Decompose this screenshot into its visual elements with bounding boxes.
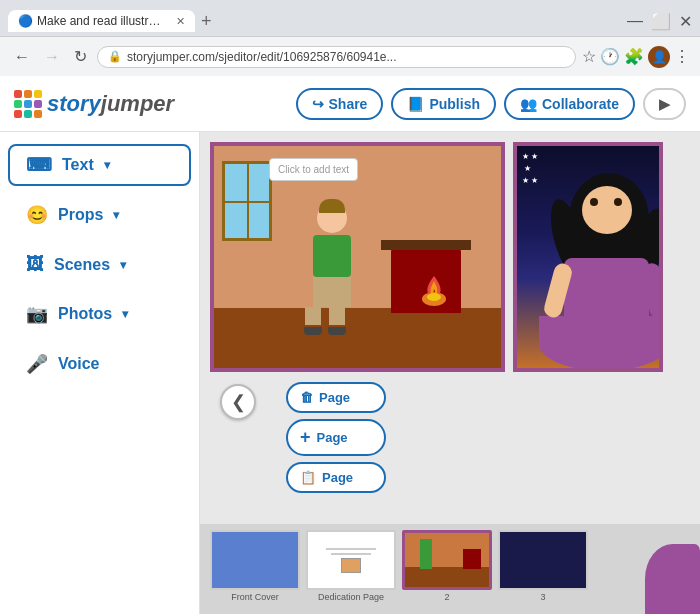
keyboard-icon: ⌨ (26, 154, 52, 176)
char-shoe-right (328, 327, 346, 335)
new-tab-button[interactable]: + (201, 11, 212, 32)
star-button[interactable]: ☆ (582, 46, 596, 68)
thumbnail-dedication[interactable]: Dedication Page (306, 530, 396, 608)
dedication-bg (308, 532, 394, 588)
thumbnail-page2[interactable]: 2 (402, 530, 492, 608)
controls-row: ❮ 🗑 Page + Page 📋 (210, 378, 505, 501)
sidebar-item-photos[interactable]: 📷 Photos ▾ (8, 293, 191, 335)
page3-bg (500, 532, 586, 588)
character (304, 203, 359, 313)
share-icon: ↪ (312, 96, 324, 112)
logo-dot (24, 90, 32, 98)
nav-bar: ← → ↻ 🔒 storyjumper.com/sjeditor/edit/10… (0, 36, 700, 76)
logo-dot (34, 90, 42, 98)
share-button[interactable]: ↪ Share (296, 88, 384, 120)
collaborate-button[interactable]: 👥 Collaborate (504, 88, 635, 120)
chevron-down-icon: ▾ (120, 258, 126, 272)
microphone-icon: 🎤 (26, 353, 48, 375)
forward-button[interactable]: → (40, 46, 64, 68)
tab-close-button[interactable]: ✕ (176, 15, 185, 28)
logo-dots (14, 90, 42, 118)
page3-image (498, 530, 588, 590)
browser-close-button[interactable]: ✕ (679, 12, 692, 31)
char-hair (319, 199, 345, 213)
logo-text: storyjumper (47, 91, 174, 117)
address-text: storyjumper.com/sjeditor/edit/106925876/… (127, 50, 565, 64)
girl-face (582, 186, 632, 234)
sidebar-voice-label: Voice (58, 355, 100, 373)
char-legs (305, 307, 359, 325)
girl-eye-left (590, 198, 598, 206)
logo-dot (24, 110, 32, 118)
collaborate-icon: 👥 (520, 96, 537, 112)
lock-icon: 🔒 (108, 50, 122, 63)
chevron-down-icon: ▾ (113, 208, 119, 222)
scene-window (222, 161, 272, 241)
delete-page-button[interactable]: 🗑 Page (286, 382, 386, 413)
browser-minimize-button[interactable]: — (627, 12, 643, 30)
publish-button[interactable]: 📘 Publish (391, 88, 496, 120)
history-button[interactable]: 🕐 (600, 46, 620, 68)
thumbnail-scroll[interactable]: Front Cover Dedication Page (200, 524, 700, 614)
page2-bg (405, 533, 489, 587)
char-shoe-left (304, 327, 322, 335)
stars-decoration: ★ ★ ★★ ★ (522, 151, 538, 187)
dedication-image (306, 530, 396, 590)
publish-label: Publish (429, 96, 480, 112)
canvas-area: Click to add text ❮ 🗑 Page (200, 132, 700, 614)
char-head (317, 203, 347, 233)
more-button[interactable]: ▶ (643, 88, 686, 120)
browser-chrome: 🔵 Make and read illustrated story b ✕ + … (0, 0, 700, 76)
camera-icon: 📷 (26, 303, 48, 325)
sidebar-item-scenes[interactable]: 🖼 Scenes ▾ (8, 244, 191, 285)
trash-icon: 🗑 (300, 390, 313, 405)
extensions-button[interactable]: 🧩 (624, 46, 644, 68)
sidebar-item-props[interactable]: 😊 Props ▾ (8, 194, 191, 236)
header-actions: ↪ Share 📘 Publish 👥 Collaborate ▶ (296, 88, 687, 120)
add-page-button[interactable]: + Page (286, 419, 386, 456)
sidebar-scenes-label: Scenes (54, 256, 110, 274)
prev-page-button[interactable]: ❮ (220, 384, 256, 420)
dedication-line2 (331, 553, 371, 555)
app-area: storyjumper ↪ Share 📘 Publish 👥 Collabor… (0, 76, 700, 614)
char-shoes (304, 327, 359, 335)
address-bar[interactable]: 🔒 storyjumper.com/sjeditor/edit/10692587… (97, 46, 576, 68)
window-pane-v (247, 164, 249, 238)
dedication-img (341, 558, 361, 573)
smiley-icon: 😊 (26, 204, 48, 226)
nav-section: ❮ (210, 378, 266, 426)
front-cover-label: Front Cover (231, 592, 279, 602)
editor-section: Click to add text ❮ 🗑 Page (200, 132, 700, 524)
sidebar-item-voice[interactable]: 🎤 Voice (8, 343, 191, 385)
menu-button[interactable]: ⋮ (674, 46, 690, 68)
text-bubble[interactable]: Click to add text (269, 158, 358, 181)
dedication-label: Dedication Page (318, 592, 384, 602)
girl-skirt (539, 316, 663, 371)
duplicate-page-button[interactable]: 📋 Page (286, 462, 386, 493)
page-preview-right[interactable]: ★ ★ ★★ ★ (513, 142, 663, 372)
cover-bg (212, 532, 298, 588)
thumbnail-page3[interactable]: 3 (498, 530, 588, 608)
logo-dot (14, 100, 22, 108)
page-controls: 🗑 Page + Page 📋 Page (276, 378, 396, 497)
sidebar-item-text[interactable]: ⌨ Text ▾ (8, 144, 191, 186)
back-button[interactable]: ← (10, 46, 34, 68)
browser-maximize-button[interactable]: ⬜ (651, 12, 671, 31)
sidebar-photos-label: Photos (58, 305, 112, 323)
active-tab[interactable]: 🔵 Make and read illustrated story b ✕ (8, 10, 195, 32)
page2-label: 2 (444, 592, 449, 602)
logo-dot (34, 100, 42, 108)
sidebar-text-label: Text (62, 156, 94, 174)
logo-dot (14, 110, 22, 118)
sidebar: ⌨ Text ▾ 😊 Props ▾ 🖼 Scenes ▾ 📷 Photos ▾… (0, 132, 200, 614)
char-leg-left (305, 307, 321, 325)
scene-mantle (381, 240, 471, 250)
thumbnail-front-cover[interactable]: Front Cover (210, 530, 300, 608)
logo-dot (24, 100, 32, 108)
add-page-label: Page (317, 430, 348, 445)
profile-button[interactable]: 👤 (648, 46, 670, 68)
refresh-button[interactable]: ↻ (70, 45, 91, 68)
main-canvas[interactable]: Click to add text (210, 142, 505, 372)
tab-title: Make and read illustrated story b (37, 14, 167, 28)
page2-image (402, 530, 492, 590)
